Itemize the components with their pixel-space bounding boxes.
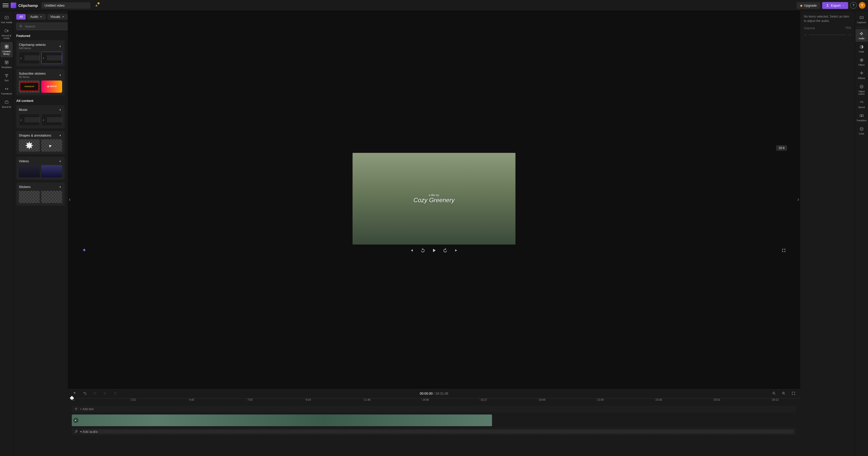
audio-thumb[interactable]: ♪ [19,52,40,64]
skip-forward-button[interactable] [453,247,460,254]
rail-templates[interactable]: Templates [1,58,13,70]
rail-transition[interactable]: Transition [856,111,868,124]
rail-color[interactable]: Color [856,124,868,137]
chevron-down-icon [61,15,65,19]
svg-point-22 [860,127,863,131]
ruler-tick: 0 [72,398,74,400]
video-thumb[interactable] [19,165,40,177]
chevron-right-icon [59,160,62,163]
video-preview[interactable]: a film by Cozy Greenery [352,153,516,245]
play-button[interactable] [431,247,437,254]
fullscreen-button[interactable] [780,247,787,254]
topbar: Clipchamp ◆ Upgrade Export ? Y [0,0,868,11]
arrow-shape-icon [46,140,57,150]
search-box[interactable] [16,23,68,30]
rail-speed[interactable]: Speed [856,98,868,111]
add-audio-track[interactable]: + Add audio [72,428,796,435]
music-note-icon [74,430,78,433]
upgrade-button[interactable]: ◆ Upgrade [797,2,820,9]
ruler-tick: 7:03 [247,398,252,400]
skip-back-button[interactable] [408,247,415,254]
audio-thumb[interactable]: ♪ [41,114,62,126]
sticker-thumb[interactable]: मुझे फ़ॉलो करें [41,81,62,93]
svg-rect-6 [5,61,8,62]
fit-timeline-button[interactable] [790,390,797,397]
forward-10-button[interactable] [442,247,448,254]
card-music[interactable]: Music ♪ ♪ [16,105,65,129]
svg-rect-8 [7,62,8,64]
shape-thumb[interactable] [19,139,40,151]
chevron-right-icon [59,74,62,77]
sticker-thumb[interactable] [41,191,62,203]
rail-captions[interactable]: CCCaptions [856,13,868,26]
menu-icon[interactable] [3,2,9,8]
card-shapes[interactable]: Shapes & annotations [16,131,65,154]
video-thumb[interactable] [41,165,62,177]
card-videos[interactable]: Videos [16,157,65,180]
collapse-sidebar-handle[interactable] [68,11,72,388]
rail-adjust-colors[interactable]: Adjust colors [856,82,868,97]
audio-thumb[interactable]: ♪ [19,114,40,126]
rail-brand-kit[interactable]: Brand kit [1,97,13,110]
undo-button[interactable] [82,390,88,397]
sync-status-icon [94,3,99,8]
zoom-in-button[interactable] [780,390,787,397]
svg-point-23 [861,128,861,129]
svg-rect-4 [5,47,6,48]
help-button[interactable]: ? [850,2,857,9]
user-avatar[interactable]: Y [859,2,865,9]
svg-rect-21 [862,115,863,117]
video-clip[interactable] [72,415,492,426]
search-input[interactable] [25,25,67,28]
volume-mute-icon [804,33,807,37]
sticker-thumb[interactable] [19,191,40,203]
audio-thumb[interactable]: ♪ [41,52,62,64]
redo-button[interactable] [92,390,98,397]
timeline: 00:00.00 / 18:31.08 02:214:427:039:2411:… [68,388,800,456]
split-button[interactable] [102,390,108,397]
rail-content-library[interactable]: Content library [1,42,13,57]
sticker-thumb[interactable]: सब्सक्राइब करें [19,81,40,93]
pill-audio[interactable]: Audio [27,14,46,20]
diamond-icon: ◆ [800,4,803,7]
rail-your-media[interactable]: Your media [1,13,13,26]
rail-filters[interactable]: Filters [856,56,868,68]
card-subscribe-stickers[interactable]: Subscribe stickers46 items सब्सक्राइब कर… [16,69,65,95]
rail-audio[interactable]: Audio [856,29,868,42]
export-button[interactable]: Export [822,2,848,9]
no-selection-message: No items selected. Select an item to adj… [804,15,851,23]
svg-rect-3 [7,45,8,46]
svg-rect-5 [7,47,8,48]
delete-button[interactable] [112,390,119,397]
right-rail: CCCaptions Audio Fade Filters Effects Ad… [855,11,868,456]
collapse-rightpanel-handle[interactable] [796,11,800,388]
ruler-tick: 21:09 [596,398,604,400]
chevron-right-icon [59,108,62,112]
card-stickers[interactable]: Stickers [16,182,65,206]
svg-point-24 [862,128,862,129]
ai-sparkle-button[interactable] [81,247,88,254]
timeline-ruler[interactable]: 02:214:427:039:2411:4514:0616:2718:4821:… [72,398,800,404]
project-title-input[interactable] [41,2,90,9]
music-note-icon: ♪ [20,56,24,60]
zoom-out-button[interactable] [771,390,777,397]
svg-rect-2 [5,45,6,46]
card-clipchamp-selects[interactable]: Clipchamp selects549 items ♪ ♪ [16,40,65,66]
left-rail: Your media Record & create Content libra… [0,11,13,456]
ruler-tick: 23:30 [655,398,662,400]
rail-record-create[interactable]: Record & create [1,26,13,41]
pill-all[interactable]: All [16,14,26,20]
magic-button[interactable] [71,390,78,397]
rewind-10-button[interactable] [420,247,426,254]
rail-fade[interactable]: Fade [856,42,868,55]
rail-text[interactable]: Text [1,71,13,84]
search-icon [19,25,23,28]
rail-effects[interactable]: Effects [856,69,868,82]
pill-visuals[interactable]: Visuals [48,14,68,20]
aspect-ratio-button[interactable]: 16:9 [776,145,787,151]
volume-slider [804,33,851,37]
rail-transitions[interactable]: Transitions [1,84,13,97]
ruler-tick: 25:51 [713,398,720,400]
add-text-track[interactable]: + Add text [72,406,796,412]
shape-thumb[interactable] [41,139,62,151]
